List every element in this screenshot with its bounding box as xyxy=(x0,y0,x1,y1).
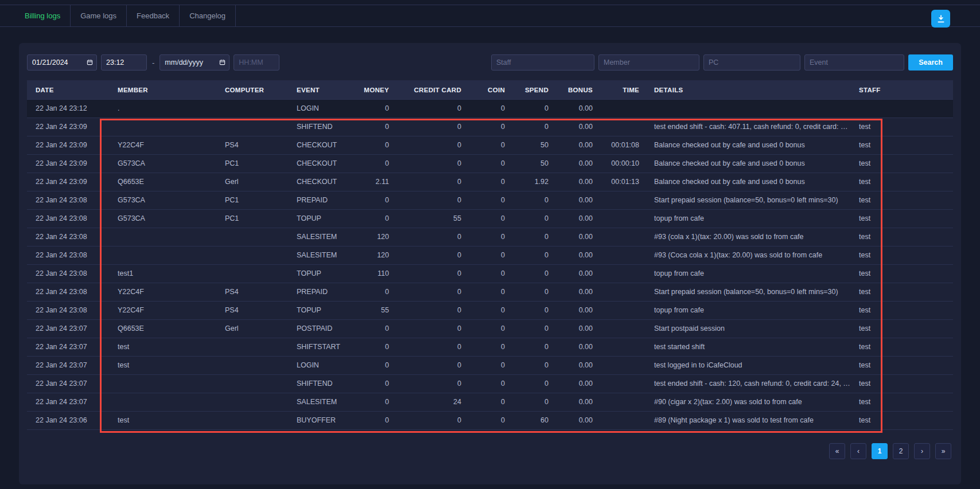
cell-member: test xyxy=(109,412,216,429)
start-time-input[interactable] xyxy=(101,54,147,71)
billing-logs-table: DATEMEMBERCOMPUTEREVENTMONEYCREDIT CARDC… xyxy=(27,80,953,430)
cell-money: 0 xyxy=(341,191,390,209)
staff-filter-input[interactable] xyxy=(491,54,594,71)
cell-credit_card: 0 xyxy=(390,228,462,246)
tab-billing-logs[interactable]: Billing logs xyxy=(15,5,71,26)
cell-coin: 0 xyxy=(462,393,506,411)
page-2-button[interactable]: 2 xyxy=(893,443,909,459)
cell-details: topup from cafe xyxy=(640,265,850,283)
cell-spend: 0 xyxy=(506,357,550,374)
cell-computer: Gerl xyxy=(216,173,288,191)
cell-credit_card: 0 xyxy=(390,412,462,429)
prev-page-button[interactable]: ‹ xyxy=(850,443,866,459)
column-header-bonus: BONUS xyxy=(550,80,594,100)
cell-coin: 0 xyxy=(462,173,506,191)
column-header-credit_card: CREDIT CARD xyxy=(390,80,462,100)
table-row: 22 Jan 24 23:08Y22C4FPS4TOPUP550000.00to… xyxy=(27,302,953,320)
table-row: 22 Jan 24 23:09Q6653EGerlCHECKOUT2.11001… xyxy=(27,173,953,191)
cell-coin: 0 xyxy=(462,228,506,246)
cell-details: Balance checked out by cafe and used 0 b… xyxy=(640,136,850,154)
cell-staff: test xyxy=(850,191,953,209)
pagination: «‹12›» xyxy=(829,443,951,459)
cell-money: 0 xyxy=(341,393,390,411)
column-header-spend: SPEND xyxy=(506,80,550,100)
cell-details: test logged in to iCafeCloud xyxy=(640,357,850,374)
cell-spend: 1.92 xyxy=(506,173,550,191)
cell-event: CHECKOUT xyxy=(288,173,341,191)
cell-event: TOPUP xyxy=(288,265,341,283)
cell-details: topup from cafe xyxy=(640,210,850,228)
cell-time: 00:01:13 xyxy=(594,173,640,191)
cell-details: test ended shift - cash: 120, cash refun… xyxy=(640,375,850,393)
billing-logs-panel: - Search DATEMEMBERCOMPUTEREVENTMONEYCRE… xyxy=(19,43,961,484)
cell-details: #90 (cigar x 2)(tax: 2.00) was sold to f… xyxy=(640,393,850,411)
cell-bonus: 0.00 xyxy=(550,265,594,283)
next-page-button[interactable]: › xyxy=(914,443,930,459)
cell-bonus: 0.00 xyxy=(550,155,594,173)
cell-coin: 0 xyxy=(462,118,506,136)
cell-date: 22 Jan 24 23:08 xyxy=(27,247,109,264)
member-filter-input[interactable] xyxy=(598,54,699,71)
search-button[interactable]: Search xyxy=(908,54,953,71)
cell-bonus: 0.00 xyxy=(550,302,594,319)
table-row: 22 Jan 24 23:08Y22C4FPS4PREPAID00000.00S… xyxy=(27,283,953,302)
cell-date: 22 Jan 24 23:07 xyxy=(27,320,109,338)
last-page-button[interactable]: » xyxy=(935,443,951,459)
column-header-date: DATE xyxy=(27,80,109,100)
cell-credit_card: 0 xyxy=(390,338,462,356)
cell-staff: test xyxy=(850,283,953,301)
cell-money: 0 xyxy=(341,118,390,136)
cell-bonus: 0.00 xyxy=(550,320,594,338)
cell-credit_card: 0 xyxy=(390,191,462,209)
cell-details: Balance checked out by cafe and used 0 b… xyxy=(640,173,850,191)
column-header-details: DETAILS xyxy=(640,80,850,100)
page-1-button[interactable]: 1 xyxy=(872,443,888,459)
cell-spend: 0 xyxy=(506,210,550,228)
cell-credit_card: 0 xyxy=(390,283,462,301)
cell-bonus: 0.00 xyxy=(550,228,594,246)
cell-coin: 0 xyxy=(462,338,506,356)
cell-bonus: 0.00 xyxy=(550,247,594,264)
cell-bonus: 0.00 xyxy=(550,357,594,374)
cell-details: #89 (Night package x 1) was sold to test… xyxy=(640,412,850,429)
cell-money: 0 xyxy=(341,155,390,173)
cell-coin: 0 xyxy=(462,265,506,283)
cell-member: test1 xyxy=(109,265,216,283)
cell-money: 0 xyxy=(341,320,390,338)
tab-game-logs[interactable]: Game logs xyxy=(71,5,127,26)
cell-details: #93 (Coca cola x 1)(tax: 20.00) was sold… xyxy=(640,247,850,264)
cell-coin: 0 xyxy=(462,210,506,228)
cell-credit_card: 0 xyxy=(390,118,462,136)
cell-event: SALESITEM xyxy=(288,247,341,264)
cell-credit_card: 0 xyxy=(390,320,462,338)
cell-date: 22 Jan 24 23:09 xyxy=(27,118,109,136)
cell-staff: test xyxy=(850,210,953,228)
cell-bonus: 0.00 xyxy=(550,191,594,209)
tab-feedback[interactable]: Feedback xyxy=(127,5,180,26)
cell-coin: 0 xyxy=(462,320,506,338)
cell-staff: test xyxy=(850,357,953,374)
cell-bonus: 0.00 xyxy=(550,136,594,154)
cell-details: Start prepaid session (balance=50, bonus… xyxy=(640,283,850,301)
tab-bar-tabs: Billing logsGame logsFeedbackChangelog xyxy=(15,5,980,26)
event-filter-input[interactable] xyxy=(804,54,904,71)
cell-staff: test xyxy=(850,412,953,429)
table-row: 22 Jan 24 23:09G573CAPC1CHECKOUT000500.0… xyxy=(27,155,953,173)
first-page-button[interactable]: « xyxy=(829,443,845,459)
pc-filter-input[interactable] xyxy=(703,54,800,71)
cell-member: Q6653E xyxy=(109,173,216,191)
tab-changelog[interactable]: Changelog xyxy=(180,5,236,26)
cell-date: 22 Jan 24 23:09 xyxy=(27,136,109,154)
cell-credit_card: 0 xyxy=(390,100,462,118)
table-row: 22 Jan 24 23:09SHIFTEND00000.00test ende… xyxy=(27,118,953,136)
cell-event: PREPAID xyxy=(288,283,341,301)
cell-spend: 0 xyxy=(506,228,550,246)
cell-staff: test xyxy=(850,155,953,173)
end-date-input[interactable] xyxy=(160,54,230,71)
download-button[interactable] xyxy=(931,10,950,28)
end-time-input[interactable] xyxy=(234,54,279,71)
cell-spend: 50 xyxy=(506,136,550,154)
cell-bonus: 0.00 xyxy=(550,283,594,301)
cell-staff: test xyxy=(850,302,953,319)
start-date-input[interactable] xyxy=(27,54,97,71)
